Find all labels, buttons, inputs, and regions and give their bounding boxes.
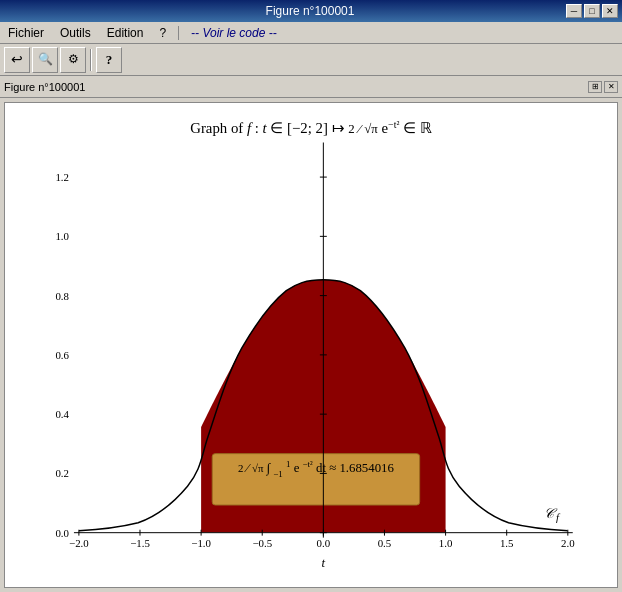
- menu-help[interactable]: ?: [155, 24, 170, 42]
- x-label-n1.5: −1.5: [130, 537, 150, 549]
- x-label-1.5: 1.5: [500, 537, 514, 549]
- toolbar: ↩ 🔍 ⚙ ?: [0, 44, 622, 76]
- y-label-1.2: 1.2: [55, 171, 69, 183]
- x-label-0: 0.0: [317, 537, 331, 549]
- y-label-0.4: 0.4: [55, 408, 69, 420]
- menu-outils[interactable]: Outils: [56, 24, 95, 42]
- close-button[interactable]: ✕: [602, 4, 618, 18]
- chart-title: Graph of f : t ∈ [−2; 2] ↦ 2 ∕ √π e−t² ∈…: [190, 118, 432, 136]
- x-label-1: 1.0: [439, 537, 453, 549]
- window-content: Figure n°100001 ⊞ ✕ Graph of f : t ∈ [−2…: [0, 76, 622, 592]
- curve-subscript: f: [556, 511, 561, 523]
- x-axis-label: t: [322, 556, 326, 570]
- config-button[interactable]: ⚙: [60, 47, 86, 73]
- menu-fichier[interactable]: Fichier: [4, 24, 48, 42]
- y-label-0.6: 0.6: [55, 349, 69, 361]
- help-icon: ?: [106, 52, 113, 68]
- window-title: Figure n°100001: [54, 4, 566, 18]
- x-label-0.5: 0.5: [378, 537, 392, 549]
- y-label-0.2: 0.2: [55, 467, 69, 479]
- toolbar-separator: [90, 49, 92, 71]
- menu-edition[interactable]: Edition: [103, 24, 148, 42]
- menu-separator: [178, 26, 179, 40]
- zoom-button[interactable]: 🔍: [32, 47, 58, 73]
- x-label-n1: −1.0: [191, 537, 211, 549]
- voir-code-link[interactable]: -- Voir le code --: [187, 24, 281, 42]
- back-icon: ↩: [11, 51, 23, 68]
- title-bar: Figure n°100001 ─ □ ✕: [0, 0, 622, 22]
- sub-close-button[interactable]: ✕: [604, 81, 618, 93]
- sub-expand-button[interactable]: ⊞: [588, 81, 602, 93]
- y-label-1.0: 1.0: [55, 230, 69, 242]
- help-button[interactable]: ?: [96, 47, 122, 73]
- config-icon: ⚙: [68, 52, 79, 67]
- x-label-n2: −2.0: [69, 537, 89, 549]
- maximize-button[interactable]: □: [584, 4, 600, 18]
- chart-svg: Graph of f : t ∈ [−2; 2] ↦ 2 ∕ √π e−t² ∈…: [5, 103, 617, 587]
- x-label-2: 2.0: [561, 537, 575, 549]
- back-button[interactable]: ↩: [4, 47, 30, 73]
- x-label-n0.5: −0.5: [252, 537, 272, 549]
- window-controls[interactable]: ─ □ ✕: [566, 4, 618, 18]
- sub-title-bar: Figure n°100001 ⊞ ✕: [0, 76, 622, 98]
- minimize-button[interactable]: ─: [566, 4, 582, 18]
- sub-controls[interactable]: ⊞ ✕: [588, 81, 618, 93]
- plot-container: Graph of f : t ∈ [−2; 2] ↦ 2 ∕ √π e−t² ∈…: [4, 102, 618, 588]
- y-label-0: 0.0: [55, 527, 69, 539]
- sub-window-title: Figure n°100001: [4, 81, 85, 93]
- zoom-icon: 🔍: [38, 52, 53, 67]
- y-label-0.8: 0.8: [55, 290, 69, 302]
- menu-bar: Fichier Outils Edition ? -- Voir le code…: [0, 22, 622, 44]
